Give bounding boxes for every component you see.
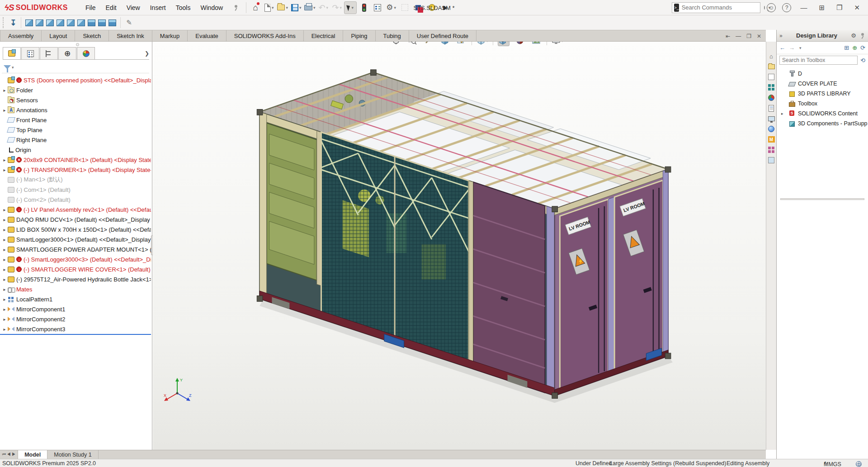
select-button[interactable]: ▾ xyxy=(344,1,357,14)
tree-row[interactable]: MirrorComponent1 xyxy=(0,304,151,314)
tab-feature-manager[interactable] xyxy=(3,47,21,59)
toolbar-drag-handle[interactable] xyxy=(3,17,5,28)
zoom-to-area-button[interactable] xyxy=(406,42,418,46)
filter-funnel-icon[interactable] xyxy=(4,65,11,69)
doc-minimize-icon[interactable]: — xyxy=(736,33,741,39)
expander-icon[interactable] xyxy=(2,287,7,292)
library-splitter[interactable] xyxy=(780,198,864,200)
zoom-to-fit-button[interactable] xyxy=(390,42,402,46)
process-manager-icon[interactable] xyxy=(768,157,775,164)
save-button[interactable]: ▾ xyxy=(290,1,302,14)
isometric-view-icon[interactable] xyxy=(88,19,95,26)
expander-icon[interactable] xyxy=(2,317,7,322)
toolbox-search-box[interactable] xyxy=(779,56,858,65)
search-icon[interactable] xyxy=(764,6,765,10)
forward-icon[interactable]: → xyxy=(789,44,795,51)
menu-item[interactable]: Insert xyxy=(145,1,171,14)
rebuild-button[interactable] xyxy=(358,1,370,14)
expander-icon[interactable] xyxy=(2,277,7,282)
tree-row[interactable]: MirrorComponent2 xyxy=(0,314,151,324)
doc-restore-icon[interactable]: ❐ xyxy=(746,33,751,39)
apply-scene-button[interactable] xyxy=(530,42,542,46)
tab-dimxpert[interactable]: ⊕ xyxy=(58,47,76,59)
tree-row[interactable]: Sensors xyxy=(0,95,151,105)
expander-icon[interactable] xyxy=(2,88,7,93)
close-button[interactable]: ✕ xyxy=(851,4,863,12)
options-button[interactable]: ⚙▾ xyxy=(385,1,397,14)
tree-row[interactable]: Front Plane xyxy=(0,115,151,125)
add-to-library-icon[interactable]: ⊞ xyxy=(844,44,849,51)
pin-menu-icon[interactable] xyxy=(232,5,239,11)
flyout-expand-icon[interactable]: ❯ xyxy=(145,47,149,59)
normal-to-view-icon[interactable]: ↧ xyxy=(10,19,16,27)
status-units[interactable]: MMGS ˄ xyxy=(824,460,827,467)
menu-item[interactable]: Window xyxy=(195,1,228,14)
command-search[interactable]: >_ ▾ xyxy=(672,2,760,13)
ribbon-tab[interactable]: Sketch xyxy=(75,30,109,41)
search-commands-input[interactable] xyxy=(682,4,761,11)
tree-row[interactable]: Annotations xyxy=(0,105,151,115)
edit-component-button[interactable] xyxy=(398,1,411,14)
tree-row[interactable]: Origin xyxy=(0,145,151,155)
open-button[interactable]: ▾ xyxy=(276,1,289,14)
ribbon-tab[interactable]: Electrical xyxy=(304,30,344,41)
tab-configuration-manager[interactable] xyxy=(40,47,58,59)
mysolidworks-icon[interactable]: M xyxy=(768,136,775,143)
filter-dropdown-icon[interactable]: ▾ xyxy=(12,65,14,70)
tree-row[interactable]: Top Plane xyxy=(0,125,151,135)
ribbon-tab[interactable]: SOLIDWORKS Add-Ins xyxy=(226,30,304,41)
view-orientation-button[interactable]: ▾ xyxy=(498,42,509,46)
expander-icon[interactable] xyxy=(2,247,7,252)
expander-icon[interactable] xyxy=(2,327,7,332)
expander-icon[interactable] xyxy=(2,227,7,232)
bottom-view-icon[interactable] xyxy=(77,19,85,26)
pack-and-go-icon[interactable] xyxy=(768,146,775,153)
graphics-viewport[interactable]: ▾ ▾ ▾ xyxy=(153,42,766,450)
top-view-icon[interactable] xyxy=(67,19,75,26)
library-item[interactable]: Toolbox xyxy=(777,99,868,109)
library-item[interactable]: SOLIDWORKS Content xyxy=(777,109,868,119)
previous-view-button[interactable] xyxy=(423,42,434,46)
appearances-scenes-icon[interactable] xyxy=(768,94,775,101)
tree-row[interactable]: Mates xyxy=(0,284,151,294)
dimetric-view-icon[interactable] xyxy=(108,19,116,26)
expander-icon[interactable] xyxy=(2,217,7,222)
expand-toolbar-button[interactable]: ▶ xyxy=(439,1,452,14)
ribbon-tab[interactable]: Layout xyxy=(42,30,75,41)
edit-appearance-hud-button[interactable] xyxy=(514,42,526,46)
redo-button[interactable]: ↷▾ xyxy=(330,1,343,14)
undo-button[interactable]: ↶▾ xyxy=(317,1,330,14)
library-item[interactable]: 3D PARTS LIBRARY xyxy=(777,89,868,99)
library-item[interactable]: D xyxy=(777,69,868,79)
front-view-icon[interactable] xyxy=(25,19,33,26)
design-library-tab-icon[interactable] xyxy=(768,63,775,70)
tree-row[interactable]: LID BOX 500W x 700H x 150D<1> (Default) … xyxy=(0,224,151,234)
edit-appearance-button[interactable] xyxy=(412,1,425,14)
library-item[interactable]: 3D Components - PartSupp xyxy=(777,119,868,129)
tree-row[interactable]: (-) Com<2> (Default) xyxy=(0,195,151,205)
ribbon-tab[interactable]: Piping xyxy=(343,30,375,41)
collapse-pane-icon[interactable]: » xyxy=(779,33,783,39)
annotation-views-button[interactable] xyxy=(455,42,467,46)
menu-item[interactable]: Tools xyxy=(171,1,196,14)
tab-motion-study[interactable]: Motion Study 1 xyxy=(47,450,98,459)
expander-icon[interactable] xyxy=(2,157,7,162)
forum-3dexperience-icon[interactable] xyxy=(768,125,775,133)
view-palette-icon[interactable] xyxy=(768,84,775,91)
menu-item[interactable]: View xyxy=(122,1,145,14)
library-item[interactable]: COVER PLATE xyxy=(777,79,868,89)
right-view-icon[interactable] xyxy=(57,19,64,26)
trimetric-view-icon[interactable] xyxy=(98,19,106,26)
tab-scroll-buttons[interactable]: ⏮ ◀ ▶ xyxy=(0,450,18,459)
pane-pin-icon[interactable] xyxy=(859,33,865,39)
dock-pane-icon[interactable]: ⇤ xyxy=(726,33,730,39)
file-explorer-icon[interactable] xyxy=(768,73,775,81)
ribbon-tab[interactable]: Markup xyxy=(152,30,188,41)
print-button[interactable]: ▾ xyxy=(303,1,316,14)
tree-row[interactable]: (-) Com<1> (Default) xyxy=(0,185,151,195)
expander-icon[interactable] xyxy=(2,167,7,172)
tree-row[interactable]: STS (Doors openned position) <<Default>_… xyxy=(0,75,151,85)
minimize-button[interactable]: — xyxy=(797,4,810,11)
expander-icon[interactable] xyxy=(2,207,7,212)
new-document-button[interactable]: ▾ xyxy=(263,1,275,14)
